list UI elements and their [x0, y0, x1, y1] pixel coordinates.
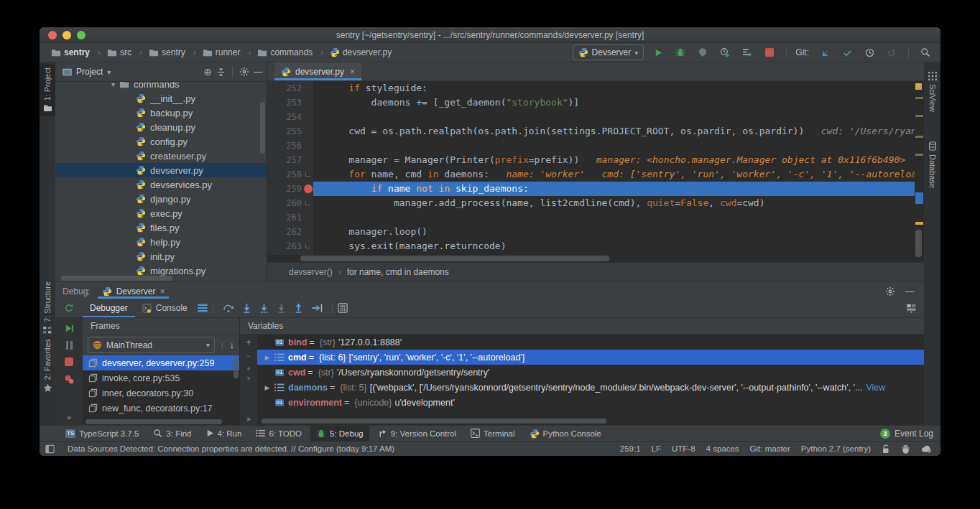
- event-log-button[interactable]: 3Event Log: [880, 429, 933, 439]
- step-out-of-block-button[interactable]: [277, 303, 286, 313]
- breadcrumb-item[interactable]: runner: [201, 47, 256, 57]
- run-with-coverage-button[interactable]: [695, 45, 711, 60]
- breadcrumb-item[interactable]: devserver.py: [328, 47, 393, 57]
- gutter-line-253[interactable]: 253: [267, 95, 313, 110]
- hide-debug-button[interactable]: —: [905, 287, 914, 296]
- code-line-262[interactable]: 262 manager.loop(): [267, 225, 924, 239]
- thread-selector[interactable]: MainThread ▾: [88, 337, 215, 353]
- breadcrumb-statement[interactable]: for name, cmd in daemons: [347, 267, 449, 277]
- status-widget-lf[interactable]: LF: [652, 444, 661, 453]
- breadcrumb-item[interactable]: src: [106, 47, 147, 57]
- chevron-down-icon[interactable]: ▾: [107, 68, 111, 76]
- more-actions-button[interactable]: »: [67, 414, 71, 421]
- code-line-254[interactable]: 254: [267, 110, 924, 124]
- tool-window-button-project[interactable]: 1: Project: [40, 64, 55, 116]
- gutter-line-259[interactable]: 259: [267, 182, 313, 196]
- fold-marker-icon[interactable]: [305, 172, 310, 177]
- pause-button[interactable]: [65, 341, 73, 350]
- step-over-button[interactable]: [223, 303, 234, 313]
- expand-icon[interactable]: ▶: [262, 354, 273, 361]
- search-everywhere-button[interactable]: [917, 45, 933, 60]
- close-window-button[interactable]: [48, 31, 57, 39]
- breadcrumb-function[interactable]: devserver(): [289, 267, 333, 277]
- move-up-button[interactable]: ▲: [246, 365, 251, 371]
- code-line-252[interactable]: 252 if styleguide:: [267, 81, 924, 95]
- debug-session-tab[interactable]: Devserver ×: [98, 286, 170, 299]
- gutter-line-255[interactable]: 255: [267, 124, 313, 139]
- debug-button[interactable]: [672, 45, 688, 60]
- frame-row[interactable]: new_func, decorators.py:17: [83, 401, 239, 416]
- tree-item-createuser.py[interactable]: createuser.py: [55, 149, 267, 163]
- variable-row-cwd[interactable]: 01cwd={str}'/Users/ryanskonnord/getsentr…: [257, 365, 924, 380]
- tool-button-6--todo[interactable]: 6: TODO: [250, 426, 308, 441]
- restore-layout-button[interactable]: [906, 303, 924, 313]
- frame-row[interactable]: invoke, core.py:535: [83, 370, 239, 386]
- tab-console[interactable]: Console: [135, 299, 195, 317]
- locate-file-button[interactable]: ⊕: [203, 67, 212, 77]
- gutter-line-260[interactable]: 260: [267, 196, 313, 210]
- rerun-button[interactable]: [55, 303, 83, 313]
- code-line-253[interactable]: 253 daemons += [_get_daemon("storybook")…: [267, 95, 924, 110]
- tree-item-help.py[interactable]: help.py: [55, 235, 267, 249]
- gutter-line-252[interactable]: 252: [267, 81, 313, 95]
- code-line-263[interactable]: 263 sys.exit(manager.returncode): [267, 239, 924, 253]
- editor-horizontal-scrollbar[interactable]: [267, 255, 924, 262]
- variable-row-cmd[interactable]: ▶cmd={list: 6}['sentry', 'run', 'worker'…: [257, 350, 924, 365]
- tool-window-button-structure[interactable]: 7: Structure: [40, 278, 55, 338]
- force-step-into-button[interactable]: [259, 303, 269, 313]
- tool-window-button-database[interactable]: Database: [924, 138, 940, 192]
- tree-item-config.py[interactable]: config.py: [55, 134, 267, 149]
- status-widget-git--master[interactable]: Git: master: [750, 444, 790, 453]
- tool-window-button-sciview[interactable]: SciView: [924, 68, 940, 116]
- variable-row-environment[interactable]: 01environment={unicode}u'development': [257, 395, 924, 410]
- commit-button[interactable]: [839, 45, 855, 60]
- breadcrumb-item[interactable]: sentry: [50, 47, 106, 57]
- tool-button-typescript-3-7-5[interactable]: TSTypeScript 3.7.5: [60, 426, 144, 441]
- gutter-line-254[interactable]: 254: [267, 110, 313, 124]
- fold-marker-icon[interactable]: [305, 244, 310, 248]
- close-tab-icon[interactable]: ×: [350, 67, 355, 77]
- run-to-cursor-button[interactable]: [311, 303, 323, 313]
- gutter-line-258[interactable]: 258: [267, 167, 313, 182]
- tool-button-9--version-control[interactable]: 9: Version Control: [372, 426, 462, 441]
- breakpoint-icon[interactable]: [304, 185, 313, 193]
- hide-panel-button[interactable]: —: [254, 67, 262, 76]
- tool-button-5--debug[interactable]: 5: Debug: [310, 426, 369, 441]
- code-editor[interactable]: 252 if styleguide:253 daemons += [_get_d…: [267, 81, 924, 255]
- step-out-button[interactable]: [294, 303, 303, 313]
- tool-button-3--find[interactable]: 3: Find: [147, 426, 197, 441]
- stop-button[interactable]: [762, 45, 777, 60]
- run-configuration-select[interactable]: Devserver ▾: [573, 45, 644, 60]
- code-line-260[interactable]: 260 manager.add_process(name, list2cmdli…: [267, 196, 924, 210]
- code-line-258[interactable]: 258 for name, cmd in daemons: name: 'wor…: [267, 167, 924, 182]
- status-widget-4-spaces[interactable]: 4 spaces: [706, 444, 739, 453]
- gutter-line-257[interactable]: 257: [267, 153, 313, 167]
- variable-row-bind[interactable]: 01bind={str}'127.0.0.1:8888': [257, 335, 924, 350]
- add-watch-button[interactable]: +: [246, 338, 251, 347]
- project-settings-button[interactable]: [239, 67, 249, 77]
- gutter-line-256[interactable]: 256: [267, 139, 313, 153]
- run-button[interactable]: [650, 45, 666, 60]
- expand-icon[interactable]: ▶: [262, 384, 273, 391]
- status-message[interactable]: Data Sources Detected: Connection proper…: [68, 444, 394, 453]
- tree-folder-commands[interactable]: ▾commands: [55, 82, 267, 91]
- gutter-line-263[interactable]: 263: [267, 239, 313, 253]
- gutter-line-262[interactable]: 262: [267, 225, 313, 239]
- tool-button-4--run[interactable]: 4: Run: [200, 426, 248, 441]
- variable-row-daemons[interactable]: ▶daemons={list: 5}[('webpack', ['/Users/…: [257, 380, 924, 395]
- tool-window-button-favorites[interactable]: 2: Favorites: [40, 335, 55, 396]
- frame-row[interactable]: devserver, devserver.py:259: [83, 355, 239, 370]
- status-widget-python-2-7--sentry-[interactable]: Python 2.7 (sentry): [801, 444, 871, 453]
- editor-tab-devserver[interactable]: devserver.py ×: [274, 62, 361, 80]
- gutter-line-261[interactable]: 261: [267, 210, 313, 225]
- tool-button-terminal[interactable]: Terminal: [465, 426, 520, 441]
- tree-item-files.py[interactable]: files.py: [55, 220, 267, 235]
- tree-item-django.py[interactable]: django.py: [55, 192, 267, 206]
- frame-down-button[interactable]: ↓: [230, 340, 235, 350]
- breadcrumb-item[interactable]: sentry: [147, 47, 201, 57]
- tree-item-cleanup.py[interactable]: cleanup.py: [55, 120, 267, 134]
- evaluate-expression-button[interactable]: [335, 300, 351, 316]
- fold-marker-icon[interactable]: [305, 201, 310, 205]
- breadcrumb-item[interactable]: commands: [256, 47, 328, 57]
- frame-up-button[interactable]: ↑: [220, 340, 225, 350]
